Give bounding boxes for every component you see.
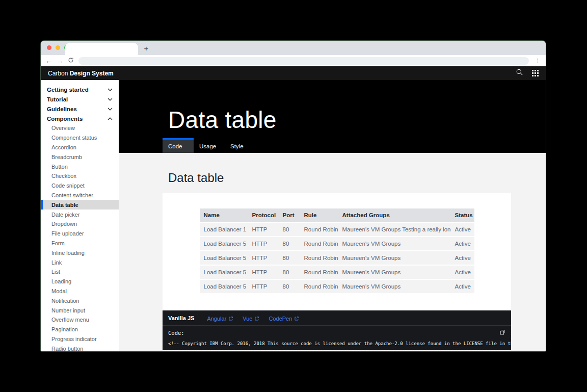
- framework-label: Vanilla JS: [168, 315, 194, 321]
- tab-code[interactable]: Code: [163, 138, 194, 153]
- table-row: Load Balancer 5HTTP80Round RobinMaureen'…: [200, 251, 474, 265]
- external-link-icon: [254, 316, 259, 321]
- table-cell: Load Balancer 5: [200, 265, 248, 279]
- table-cell: Load Balancer 5: [200, 279, 248, 294]
- data-table: NameProtocolPortRuleAttached GroupsStatu…: [200, 208, 474, 294]
- table-cell: HTTP: [248, 265, 279, 279]
- sidebar-item-getting-started[interactable]: Getting started: [41, 85, 119, 94]
- new-tab-button[interactable]: +: [141, 42, 152, 54]
- sidebar-item-progress-indicator[interactable]: Progress indicator: [41, 334, 119, 344]
- sidebar-item-notification[interactable]: Notification: [41, 296, 119, 305]
- external-link-icon: [228, 316, 233, 321]
- link-codepen[interactable]: CodePen: [269, 316, 299, 322]
- forward-icon[interactable]: →: [57, 58, 63, 64]
- table-cell: 80: [279, 265, 300, 279]
- sidebar-item-guidelines[interactable]: Guidelines: [41, 104, 119, 114]
- tab-style[interactable]: Style: [225, 138, 256, 153]
- table-row: Load Balancer 5HTTP80Round RobinMaureen'…: [200, 265, 474, 279]
- app-switcher-icon[interactable]: [532, 70, 539, 76]
- link-angular[interactable]: Angular: [207, 316, 233, 322]
- table-cell: Maureen's VM Groups: [338, 265, 451, 279]
- sidebar-item-pagination[interactable]: Pagination: [41, 325, 119, 334]
- code-example-footer: Vanilla JS AngularVueCodePen Code: <!-- …: [163, 310, 511, 350]
- sidebar-item-modal[interactable]: Modal: [41, 286, 119, 296]
- sidebar-item-data-table[interactable]: Data table: [41, 200, 119, 210]
- main-area: Data table CodeUsageStyle Data table Nam…: [119, 80, 546, 351]
- sidebar-item-breadcrumb[interactable]: Breadcrumb: [41, 152, 119, 162]
- page-hero: Data table: [119, 80, 546, 138]
- sidebar-item-code-snippet[interactable]: Code snippet: [41, 181, 119, 191]
- table-row: Load Balancer 5HTTP80Round RobinMaureen'…: [200, 237, 474, 251]
- data-table-body: Load Balancer 1HTTP80Round RobinMaureen'…: [200, 222, 474, 294]
- sidebar-item-overview[interactable]: Overview: [41, 123, 119, 133]
- search-icon[interactable]: [516, 68, 523, 78]
- sidebar-nav: Getting startedTutorialGuidelinesCompone…: [41, 80, 119, 351]
- table-cell: Maureen's VM Groups: [338, 251, 451, 265]
- sidebar-item-overflow-menu[interactable]: Overflow menu: [41, 315, 119, 325]
- sidebar-item-number-input[interactable]: Number input: [41, 305, 119, 315]
- close-window-button[interactable]: [47, 45, 51, 50]
- sidebar-item-label: Guidelines: [47, 106, 108, 112]
- component-demo-card: NameProtocolPortRuleAttached GroupsStatu…: [163, 193, 511, 310]
- sidebar-item-accordion[interactable]: Accordion: [41, 143, 119, 152]
- chevron-down-icon: [108, 98, 113, 101]
- column-header-rule: Rule: [300, 208, 338, 222]
- table-cell: Maureen's VM Groups: [338, 237, 451, 251]
- code-snippet[interactable]: <!-- Copyright IBM Corp. 2016, 2018 This…: [163, 340, 511, 346]
- table-row: Load Balancer 5HTTP80Round RobinMaureen'…: [200, 279, 474, 294]
- sidebar-item-loading[interactable]: Loading: [41, 277, 119, 286]
- reload-icon[interactable]: [68, 57, 74, 64]
- tab-usage[interactable]: Usage: [194, 138, 225, 153]
- column-header-name: Name: [200, 208, 248, 222]
- table-row: Load Balancer 1HTTP80Round RobinMaureen'…: [200, 222, 474, 237]
- table-cell: 80: [279, 279, 300, 294]
- sidebar-item-checkbox[interactable]: Checkbox: [41, 171, 119, 181]
- sidebar-item-inline-loading[interactable]: Inline loading: [41, 248, 119, 257]
- table-cell: Maureen's VM Groups: [338, 279, 451, 294]
- browser-menu-icon[interactable]: ⋮: [533, 58, 541, 64]
- copy-icon[interactable]: [499, 329, 505, 336]
- sidebar-item-content-switcher[interactable]: Content switcher: [41, 191, 119, 200]
- sidebar-item-dropdown[interactable]: Dropdown: [41, 219, 119, 229]
- site-title-bold: Design System: [70, 70, 114, 77]
- link-vue[interactable]: Vue: [243, 316, 259, 322]
- table-cell: Load Balancer 5: [200, 237, 248, 251]
- table-cell: Active: [451, 237, 474, 251]
- site-title-regular: Carbon: [48, 70, 68, 77]
- sidebar-item-date-picker[interactable]: Date picker: [41, 210, 119, 219]
- table-cell: Round Robin: [300, 265, 338, 279]
- data-table-header: NameProtocolPortRuleAttached GroupsStatu…: [200, 208, 474, 222]
- table-cell: Maureen's VM Groups Testing a really lon…: [338, 222, 451, 237]
- browser-tab-strip: +: [41, 41, 546, 55]
- sidebar-item-button[interactable]: Button: [41, 162, 119, 171]
- sidebar-item-list[interactable]: List: [41, 267, 119, 277]
- sidebar-item-link[interactable]: Link: [41, 257, 119, 267]
- chevron-up-icon: [108, 117, 113, 120]
- table-cell: Active: [451, 251, 474, 265]
- minimize-window-button[interactable]: [56, 45, 60, 50]
- column-header-protocol: Protocol: [248, 208, 279, 222]
- sidebar-item-file-uploader[interactable]: File uploader: [41, 229, 119, 239]
- section-heading: Data table: [168, 170, 546, 186]
- address-bar[interactable]: [78, 57, 529, 65]
- table-cell: Active: [451, 265, 474, 279]
- column-header-attached-groups: Attached Groups: [338, 208, 451, 222]
- table-cell: Round Robin: [300, 279, 338, 294]
- browser-window: + ← → ⋮ Carbon Design System Getting sta…: [41, 41, 546, 351]
- framework-switcher: Vanilla JS AngularVueCodePen: [163, 310, 511, 326]
- back-icon[interactable]: ←: [45, 58, 52, 64]
- table-cell: Active: [451, 279, 474, 294]
- external-link-icon: [294, 316, 299, 321]
- sidebar-item-component-status[interactable]: Component status: [41, 133, 119, 143]
- sidebar-item-radio-button[interactable]: Radio button: [41, 344, 119, 351]
- browser-tab[interactable]: [65, 43, 138, 55]
- table-cell: HTTP: [248, 251, 279, 265]
- sidebar-item-components[interactable]: Components: [41, 114, 119, 123]
- table-cell: Round Robin: [300, 251, 338, 265]
- table-cell: 80: [279, 222, 300, 237]
- sidebar-item-form[interactable]: Form: [41, 239, 119, 248]
- browser-toolbar: ← → ⋮: [41, 55, 546, 66]
- table-cell: Round Robin: [300, 222, 338, 237]
- sidebar-item-tutorial[interactable]: Tutorial: [41, 94, 119, 104]
- sidebar-item-label: Getting started: [47, 87, 108, 93]
